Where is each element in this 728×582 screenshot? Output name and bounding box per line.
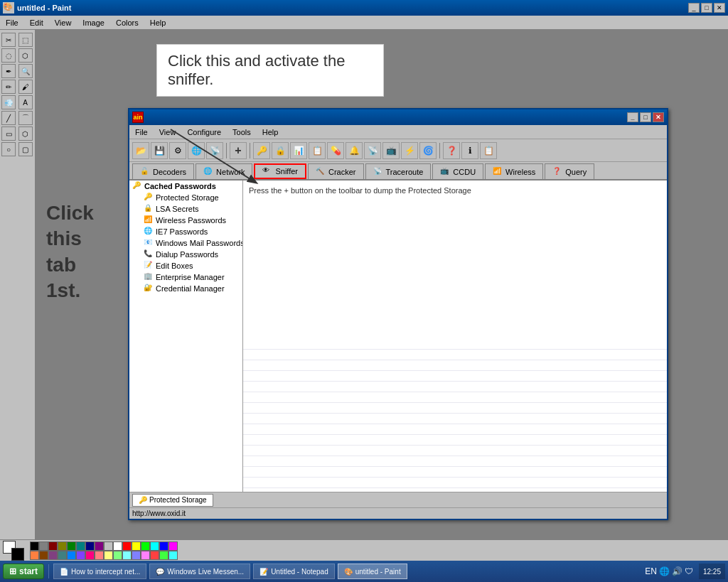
cain-menu-file[interactable]: File <box>132 127 151 137</box>
color-swatch[interactable] <box>76 541 85 551</box>
toolbar-icon1[interactable]: 🔑 <box>253 142 270 159</box>
toolbar-report-button[interactable]: 📋 <box>480 142 497 159</box>
cain-restore-button[interactable]: □ <box>640 112 651 122</box>
taskbar-item-paint[interactable]: 🎨 untitled - Paint <box>338 564 407 579</box>
color-swatch[interactable] <box>150 551 159 560</box>
tree-item-ie7-passwords[interactable]: 🌐 IE7 Passwords <box>129 226 242 237</box>
cain-menu-view[interactable]: View <box>156 127 179 137</box>
cain-menu-configure[interactable]: Configure <box>184 127 224 137</box>
paint-close-button[interactable]: ✕ <box>714 3 725 13</box>
toolbar-icon2[interactable]: 🔒 <box>272 142 289 159</box>
toolbar-icon5[interactable]: 💊 <box>327 142 344 159</box>
toolbar-settings-button[interactable]: ⚙ <box>169 142 186 159</box>
start-button[interactable]: ⊞ start <box>3 564 44 579</box>
cain-close-button[interactable]: ✕ <box>653 112 664 122</box>
color-swatch[interactable] <box>95 541 104 551</box>
tool-brush[interactable]: 🖌 <box>18 80 33 94</box>
tree-item-enterprise-manager[interactable]: 🏢 Enterprise Manager <box>129 271 242 283</box>
tree-item-protected-storage[interactable]: 🔑 Protected Storage <box>129 192 242 203</box>
tool-rect[interactable]: ▭ <box>1 126 16 141</box>
tool-rounded-rect[interactable]: ▢ <box>18 142 33 156</box>
paint-menu-image[interactable]: Image <box>80 17 107 28</box>
color-swatch[interactable] <box>122 541 132 551</box>
color-swatch[interactable] <box>104 551 113 560</box>
tab-decoders[interactable]: 🔓 Decoders <box>132 163 194 179</box>
toolbar-help-button[interactable]: ❓ <box>443 142 460 159</box>
paint-menu-view[interactable]: View <box>52 17 75 28</box>
paint-maximize-button[interactable]: □ <box>701 3 712 13</box>
tool-airbrush[interactable]: 💨 <box>1 95 16 109</box>
color-swatch[interactable] <box>67 551 76 560</box>
tree-item-wireless-passwords[interactable]: 📶 Wireless Passwords <box>129 215 242 226</box>
paint-menu-edit[interactable]: Edit <box>27 17 46 28</box>
tree-item-credential-manager[interactable]: 🔐 Credential Manager <box>129 283 242 294</box>
color-swatch[interactable] <box>159 551 168 560</box>
toolbar-icon6[interactable]: 🔔 <box>346 142 363 159</box>
tool-select-rect[interactable]: ⬚ <box>18 33 33 47</box>
tool-text[interactable]: A <box>18 95 33 109</box>
tab-sniffer[interactable]: 👁 Sniffer <box>254 163 306 179</box>
cain-menu-tools[interactable]: Tools <box>230 127 254 137</box>
color-swatch[interactable] <box>168 551 178 560</box>
color-swatch[interactable] <box>48 551 58 560</box>
toolbar-add-button[interactable]: + <box>230 142 247 159</box>
paint-menu-file[interactable]: File <box>3 17 21 28</box>
tab-query[interactable]: ❓ Query <box>545 163 594 179</box>
color-swatch[interactable] <box>159 541 168 551</box>
cain-minimize-button[interactable]: _ <box>627 112 638 122</box>
tab-wireless[interactable]: 📶 Wireless <box>485 163 543 179</box>
color-swatch[interactable] <box>48 541 58 551</box>
color-swatch[interactable] <box>85 551 95 560</box>
color-swatch[interactable] <box>30 541 39 551</box>
tab-network[interactable]: 🌐 Network <box>196 163 252 179</box>
tree-item-edit-boxes[interactable]: 📝 Edit Boxes <box>129 260 242 271</box>
toolbar-save-button[interactable]: 💾 <box>151 142 168 159</box>
color-swatch[interactable] <box>141 551 150 560</box>
color-swatch[interactable] <box>141 541 150 551</box>
toolbar-scan-button[interactable]: 📡 <box>206 142 223 159</box>
color-swatch[interactable] <box>113 541 122 551</box>
tool-line[interactable]: ╱ <box>1 111 16 125</box>
color-swatch[interactable] <box>67 541 76 551</box>
color-swatch[interactable] <box>122 551 132 560</box>
toolbar-icon9[interactable]: ⚡ <box>401 142 418 159</box>
tab-cracker[interactable]: 🔨 Cracker <box>308 163 364 179</box>
toolbar-icon4[interactable]: 📋 <box>309 142 326 159</box>
color-swatch[interactable] <box>58 541 67 551</box>
tool-curve[interactable]: ⌒ <box>18 111 33 125</box>
taskbar-item-messenger[interactable]: 💬 Windows Live Messen... <box>149 564 250 579</box>
toolbar-network-button[interactable]: 🌐 <box>188 142 205 159</box>
bottom-tab-protected-storage[interactable]: 🔑 Protected Storage <box>132 494 213 507</box>
tab-ccdu[interactable]: 📺 CCDU <box>432 163 483 179</box>
color-swatch[interactable] <box>104 541 113 551</box>
toolbar-icon3[interactable]: 📊 <box>290 142 307 159</box>
paint-menu-colors[interactable]: Colors <box>113 17 141 28</box>
toolbar-icon8[interactable]: 📺 <box>382 142 400 159</box>
color-swatch[interactable] <box>95 551 104 560</box>
color-swatch[interactable] <box>85 541 95 551</box>
color-swatch[interactable] <box>168 541 178 551</box>
toolbar-icon10[interactable]: 🌀 <box>419 142 437 159</box>
background-color[interactable] <box>11 548 24 561</box>
tool-magnify[interactable]: 🔍 <box>18 64 33 78</box>
color-swatch[interactable] <box>39 551 48 560</box>
color-swatch[interactable] <box>113 551 122 560</box>
tool-eyedropper[interactable]: ✒ <box>1 64 16 78</box>
tab-traceroute[interactable]: 📡 Traceroute <box>365 163 432 179</box>
color-swatch[interactable] <box>30 551 39 560</box>
tool-ellipse[interactable]: ○ <box>1 142 16 156</box>
paint-menu-help[interactable]: Help <box>147 17 169 28</box>
tree-item-dialup[interactable]: 📞 Dialup Passwords <box>129 249 242 260</box>
toolbar-icon7[interactable]: 📡 <box>364 142 381 159</box>
color-swatch[interactable] <box>132 551 141 560</box>
color-swatch[interactable] <box>76 551 85 560</box>
color-swatch[interactable] <box>58 551 67 560</box>
tool-select-free[interactable]: ✂ <box>1 33 16 47</box>
color-swatch[interactable] <box>150 541 159 551</box>
tree-item-lsa-secrets[interactable]: 🔒 LSA Secrets <box>129 203 242 215</box>
taskbar-item-notepad[interactable]: 📝 Untitled - Notepad <box>253 564 335 579</box>
toolbar-info-button[interactable]: ℹ <box>461 142 478 159</box>
tree-item-windows-mail[interactable]: 📧 Windows Mail Passwords <box>129 237 242 249</box>
tool-eraser[interactable]: ◌ <box>1 48 16 63</box>
tool-polygon[interactable]: ⬡ <box>18 126 33 141</box>
